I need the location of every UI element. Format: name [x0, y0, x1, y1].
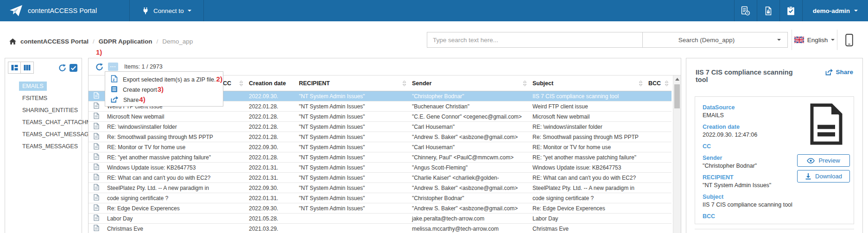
sidebar-item-teams_chat_attachme[interactable]: TEAMS_CHAT_ATTACHME — [19, 116, 82, 128]
user-menu[interactable]: demo-admin — [802, 0, 868, 21]
cell-cc — [220, 163, 246, 173]
clipboard-check-icon — [786, 6, 795, 16]
column-header-sender[interactable]: Sender — [409, 76, 530, 91]
locked-document-icon — [764, 6, 773, 16]
scrollbar-thumb[interactable] — [674, 84, 680, 108]
cell-bcc — [646, 91, 672, 101]
menu-item-share[interactable]: Share4) — [105, 94, 223, 104]
annotation: 3) — [158, 85, 164, 93]
column-label: BCC — [648, 80, 661, 87]
cell-creation-date: 2022.01.28. — [246, 101, 296, 112]
sidebar-item-label: TEAMS_CHAT_ATTACHME — [19, 118, 98, 127]
menu-item-create-report[interactable]: Create report3) — [105, 84, 223, 94]
cell-creation-date: 2022.01.31. — [246, 193, 296, 203]
column-header-subject[interactable]: Subject — [530, 76, 646, 91]
sidebar-item-teams_messages[interactable]: TEAMS_MESSAGES — [19, 140, 82, 152]
download-button[interactable]: Download — [797, 170, 850, 183]
sort-icon[interactable] — [523, 80, 527, 87]
paper-plane-logo-icon — [9, 5, 23, 17]
cell-subject: Christmas Eve — [530, 224, 646, 233]
document-icon — [94, 225, 99, 231]
tasks-button[interactable] — [779, 0, 802, 21]
column-header-bcc[interactable]: BCC — [646, 76, 672, 91]
columns-view-button[interactable] — [21, 62, 34, 74]
search-options-caret[interactable] — [770, 32, 788, 48]
detail-field-bcc: BCC — [703, 213, 802, 220]
cell-cc — [220, 183, 246, 193]
table-row[interactable]: RE: \windows\installer folder2022.01.28.… — [89, 122, 672, 132]
detail-field-creation-date: Creation date2022.09.30. 12:47:06 — [703, 124, 802, 138]
sidebar-refresh-icon[interactable] — [58, 64, 66, 72]
column-header-recipient[interactable]: RECIPIENT — [296, 76, 409, 91]
sort-icon[interactable] — [239, 80, 243, 87]
search-button[interactable]: Search (Demo_app) — [642, 32, 771, 48]
scrollbar-up-arrow[interactable] — [673, 76, 681, 83]
sidebar-item-emails[interactable]: EMAILS — [19, 80, 82, 92]
cell-sender: "Andrew S. Baker" <asbzone@gmail.com> — [409, 203, 530, 214]
field-value: "NT System Admin Issues" — [703, 182, 802, 189]
menu-item-export-selected-item-s-as-a-zip-file[interactable]: zExport selected item(s) as a ZIP file.2… — [105, 74, 223, 84]
cell-creation-date: 2022.01.28. — [246, 132, 296, 142]
cell-creation-date: 2021.05.28. — [246, 214, 296, 224]
download-icon — [805, 173, 811, 180]
table-row[interactable]: Labor Day2021.05.28.jake.peralta@tech-ar… — [89, 214, 672, 224]
breadcrumb-portal[interactable]: contentACCESS Portal — [20, 38, 89, 45]
sidebar-item-label: TEAMS_CHAT_MESSAGE — [19, 130, 96, 139]
table-row[interactable]: Microsoft New webmail2022.01.28."NT Syst… — [89, 112, 672, 122]
report-history-button[interactable] — [734, 0, 757, 21]
more-actions-button[interactable]: ... — [108, 63, 118, 71]
sort-icon[interactable] — [665, 80, 669, 87]
share-icon — [111, 96, 118, 103]
preview-button[interactable]: Preview — [797, 154, 850, 167]
locked-document-button[interactable] — [757, 0, 779, 21]
select-all-checkbox[interactable] — [70, 64, 77, 72]
cell-recipient: "NT System Admin Issues" — [296, 183, 409, 193]
cell-bcc — [646, 101, 672, 112]
sort-icon[interactable] — [402, 80, 406, 87]
sidebar-item-teams_chat_message[interactable]: TEAMS_CHAT_MESSAGE — [19, 128, 82, 140]
search-input[interactable] — [427, 32, 643, 48]
chevron-down-icon — [831, 39, 835, 43]
column-header-cc[interactable]: CC — [220, 76, 246, 91]
connect-to-menu[interactable]: Connect to — [129, 0, 204, 21]
sidebar-item-sharing_entities[interactable]: SHARING_ENTITIES — [19, 104, 82, 116]
mobile-view-button[interactable] — [845, 34, 853, 48]
sub-bar: contentACCESS Portal / GDPR Application … — [0, 21, 868, 58]
detail-field-datasource: DataSourceEMAILS — [703, 104, 802, 119]
cell-subject: code signing certificate ? — [530, 193, 646, 203]
table-row[interactable]: RE: Monitor or TV for home use2022.09.30… — [89, 142, 672, 152]
detail-share-link[interactable]: Share — [825, 69, 853, 76]
cell-bcc — [646, 122, 672, 132]
brand-logo[interactable]: contentACCESS Portal — [0, 5, 106, 17]
table-row[interactable]: RE: What can and can't you do with EC2?2… — [89, 173, 672, 183]
table-refresh-icon[interactable] — [95, 63, 103, 71]
cell-title: Re: Smoothwall passing through MS PPTP — [104, 132, 220, 142]
sidebar-item-fsitems[interactable]: FSITEMS — [19, 92, 82, 104]
cell-subject: Re: Edge Device Experences — [530, 203, 646, 214]
field-value: IIS 7 CIS compliance scanning tool — [703, 202, 802, 208]
cell-recipient — [296, 214, 409, 224]
table-row[interactable]: Christmas Eve2021.03.29.melissa.mccarthy… — [89, 224, 672, 233]
cell-creation-date: 2021.03.29. — [246, 224, 296, 233]
table-row[interactable]: RE: "yet another massive patching failur… — [89, 152, 672, 163]
home-icon[interactable] — [9, 38, 16, 45]
brand-label: contentACCESS Portal — [28, 7, 97, 14]
table-row[interactable]: code signing certificate ?2022.01.31."NT… — [89, 193, 672, 203]
cell-subject: SteelPlatez Pty. Ltd. -- A new paradigm … — [530, 183, 646, 193]
table-scrollbar[interactable] — [673, 76, 681, 233]
cell-subject: Labor Day — [530, 214, 646, 224]
sidebar-item-label: EMAILS — [19, 82, 47, 91]
cell-creation-date: 2022.01.31. — [246, 173, 296, 183]
table-row[interactable]: Re: Smoothwall passing through MS PPTP20… — [89, 132, 672, 142]
language-selector[interactable]: English — [792, 30, 837, 50]
breadcrumb-gdpr-application[interactable]: GDPR Application — [99, 38, 152, 45]
sidebar-item-label: TEAMS_MESSAGES — [19, 142, 81, 151]
sort-icon[interactable] — [639, 80, 643, 87]
sidebar-item-label: SHARING_ENTITIES — [19, 106, 81, 115]
up-arrow-icon — [675, 78, 679, 81]
tiles-view-button[interactable] — [8, 62, 21, 74]
table-row[interactable]: Windows Update issue: KB26477532022.01.3… — [89, 163, 672, 173]
cell-sender: "Andrew S. Baker" <asbzone@gmail.com> — [409, 132, 530, 142]
table-row[interactable]: Re: Edge Device Experences2022.09.30."NT… — [89, 203, 672, 214]
table-row[interactable]: SteelPlatez Pty. Ltd. -- A new paradigm … — [89, 183, 672, 193]
